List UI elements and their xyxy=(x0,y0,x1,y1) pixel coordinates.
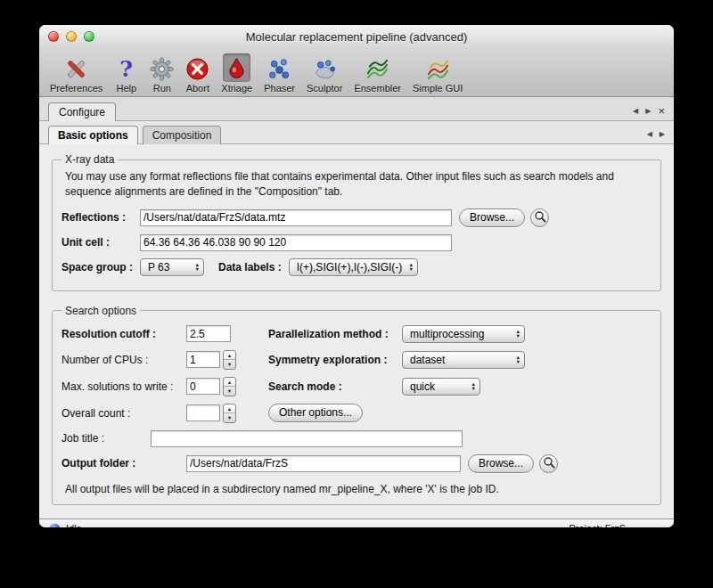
output-folder-inspect-button[interactable] xyxy=(539,454,558,473)
toolbar-label: Run xyxy=(153,83,171,94)
output-folder-footnote: All output files will be placed in a sub… xyxy=(65,483,648,495)
space-group-value: P 63 xyxy=(148,261,169,274)
chevron-up-down-icon: ▲▼ xyxy=(516,355,520,363)
xray-description: You may use any format reflections file … xyxy=(65,169,648,200)
subtab-scroll-left-icon[interactable]: ◀ xyxy=(647,130,652,138)
reflections-browse-button[interactable]: Browse... xyxy=(459,208,525,227)
minimize-window-button[interactable] xyxy=(66,31,77,42)
tab-configure-label: Configure xyxy=(59,106,105,118)
tab-close-icon[interactable]: × xyxy=(658,108,665,115)
chevron-up-down-icon: ▲▼ xyxy=(471,382,476,390)
close-window-button[interactable] xyxy=(48,31,59,42)
job-title-label: Job title : xyxy=(61,432,151,445)
abort-icon xyxy=(185,55,209,82)
toolbar-button-ensembler[interactable]: Ensembler xyxy=(354,55,401,94)
chevron-up-down-icon: ▲▼ xyxy=(408,263,413,271)
simple-gui-icon xyxy=(426,55,450,82)
tab-configure[interactable]: Configure xyxy=(48,102,116,121)
toolbar-label: Phaser xyxy=(264,83,295,94)
max-solutions-stepper[interactable]: ▲ ▼ xyxy=(223,377,236,396)
tab-scroll-right-icon[interactable]: ▶ xyxy=(645,107,651,115)
other-options-button[interactable]: Other options... xyxy=(268,404,363,422)
toolbar-button-preferences[interactable]: Preferences xyxy=(50,55,102,94)
resolution-cutoff-label: Resolution cutoff : xyxy=(61,328,186,340)
tab-basic-options[interactable]: Basic options xyxy=(48,126,138,144)
toolbar: Preferences ? Help xyxy=(39,48,674,97)
search-options-group: Search options Resolution cutoff : Paral… xyxy=(52,305,661,505)
overall-count-stepper[interactable]: ▲ ▼ xyxy=(223,404,236,423)
project-label: Project: FrzS xyxy=(569,523,626,527)
toolbar-label: Abort xyxy=(186,83,209,94)
toolbar-button-abort[interactable]: Abort xyxy=(185,55,209,94)
number-of-cpus-label: Number of CPUs : xyxy=(61,354,186,366)
output-folder-row: Output folder : Browse... xyxy=(61,454,652,473)
tab-scroll-left-icon[interactable]: ◀ xyxy=(633,107,638,115)
toolbar-label: Help xyxy=(117,83,137,94)
stepper-down-icon[interactable]: ▼ xyxy=(224,360,235,369)
chevron-up-down-icon: ▲▼ xyxy=(195,263,200,271)
svg-text:?: ? xyxy=(119,57,133,81)
toolbar-button-xtriage[interactable]: Xtriage xyxy=(221,53,252,94)
overall-count-row: Overall count : ▲ ▼ Other options... xyxy=(61,404,652,423)
toolbar-button-help[interactable]: ? Help xyxy=(114,55,138,94)
cpus-stepper[interactable]: ▲ ▼ xyxy=(223,350,236,370)
symmetry-exploration-select[interactable]: dataset ▲▼ xyxy=(402,351,525,369)
job-title-input[interactable] xyxy=(151,430,463,447)
symmetry-exploration-label: Symmetry exploration : xyxy=(268,354,402,366)
search-mode-select[interactable]: quick ▲▼ xyxy=(402,378,480,396)
space-group-label: Space group : xyxy=(61,261,140,274)
max-solutions-label: Max. solutions to write : xyxy=(61,380,186,393)
magnifier-icon xyxy=(534,210,546,225)
reflections-input[interactable] xyxy=(140,209,452,226)
stepper-up-icon[interactable]: ▲ xyxy=(224,351,235,361)
toolbar-label: Preferences xyxy=(50,83,102,94)
reflections-label: Reflections : xyxy=(61,211,140,224)
notebook-tab-row: Configure ◀ ▶ × xyxy=(39,97,674,121)
status-bar: Idle Project: FrzS xyxy=(39,519,674,527)
zoom-window-button[interactable] xyxy=(84,31,94,42)
parallelization-method-label: Parallelization method : xyxy=(268,328,402,340)
run-icon xyxy=(150,55,174,82)
space-group-select[interactable]: P 63 ▲▼ xyxy=(140,258,204,276)
phaser-icon xyxy=(267,55,291,82)
toolbar-button-phaser[interactable]: Phaser xyxy=(264,55,295,94)
status-indicator-icon xyxy=(50,524,60,527)
unit-cell-label: Unit cell : xyxy=(61,236,140,249)
toolbar-button-simple-gui[interactable]: Simple GUI xyxy=(413,55,463,94)
stepper-down-icon[interactable]: ▼ xyxy=(224,387,235,396)
help-icon: ? xyxy=(114,55,138,82)
overall-count-input[interactable] xyxy=(186,404,220,421)
stepper-down-icon[interactable]: ▼ xyxy=(224,413,235,422)
overall-count-label: Overall count : xyxy=(61,407,186,420)
toolbar-label: Xtriage xyxy=(221,83,252,94)
xray-data-group: X-ray data You may use any format reflec… xyxy=(52,153,661,291)
resolution-row: Resolution cutoff : Parallelization meth… xyxy=(61,325,652,343)
number-of-cpus-input[interactable] xyxy=(186,351,220,368)
toolbar-button-sculptor[interactable]: Sculptor xyxy=(307,55,342,94)
reflections-inspect-button[interactable] xyxy=(530,208,549,227)
magnifier-icon xyxy=(543,456,555,471)
ensembler-icon xyxy=(365,55,389,82)
status-text: Idle xyxy=(66,523,82,527)
main-content: X-ray data You may use any format reflec… xyxy=(39,144,674,519)
stepper-up-icon[interactable]: ▲ xyxy=(224,378,235,388)
data-labels-select[interactable]: I(+),SIGI(+),I(-),SIGI(-) ▲▼ xyxy=(289,258,418,276)
job-title-row: Job title : xyxy=(61,430,652,447)
title-bar[interactable]: Molecular replacement pipeline (advanced… xyxy=(39,25,674,48)
toolbar-button-run[interactable]: Run xyxy=(150,55,174,94)
output-folder-input[interactable] xyxy=(186,455,461,472)
subtab-scroll-right-icon[interactable]: ▶ xyxy=(660,130,665,138)
stepper-up-icon[interactable]: ▲ xyxy=(224,404,235,414)
app-window: Molecular replacement pipeline (advanced… xyxy=(39,25,674,527)
unit-cell-row: Unit cell : xyxy=(61,234,652,251)
unit-cell-input[interactable] xyxy=(140,234,452,251)
subtab-row-controls: ◀ ▶ xyxy=(647,130,665,143)
parallelization-method-select[interactable]: multiprocessing ▲▼ xyxy=(402,325,525,343)
toolbar-label: Simple GUI xyxy=(413,83,463,94)
resolution-cutoff-input[interactable] xyxy=(186,325,231,342)
preferences-icon xyxy=(64,55,88,82)
output-folder-label: Output folder : xyxy=(61,457,186,470)
output-folder-browse-button[interactable]: Browse... xyxy=(468,454,534,473)
max-solutions-input[interactable] xyxy=(186,378,220,395)
tab-composition[interactable]: Composition xyxy=(143,126,222,144)
